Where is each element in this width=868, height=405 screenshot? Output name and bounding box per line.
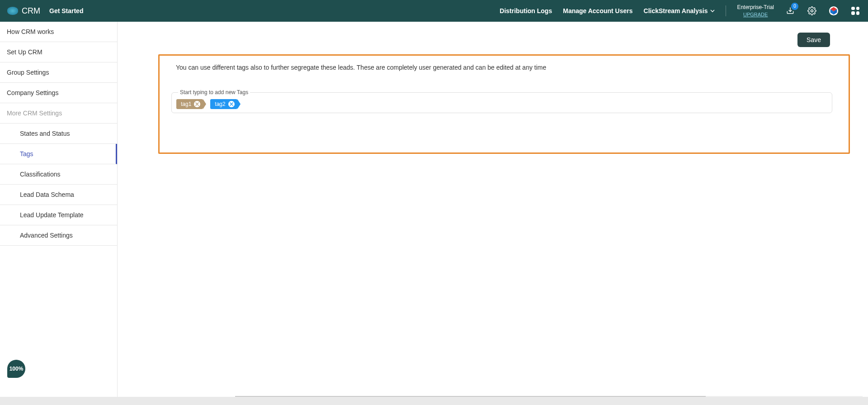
- trial-tier: Enterprise-Trial: [737, 4, 774, 11]
- remove-tag-button[interactable]: [194, 101, 200, 107]
- divider: [726, 5, 726, 16]
- nav-clickstream-analysis[interactable]: ClickStream Analysis: [644, 7, 715, 14]
- tag-label: tag1: [181, 101, 191, 107]
- sidebar-subitem-states-and-status[interactable]: States and Status: [0, 124, 117, 144]
- apps-button[interactable]: [850, 5, 861, 16]
- progress-bubble[interactable]: 100%: [7, 360, 25, 378]
- nav-get-started[interactable]: Get Started: [49, 7, 83, 14]
- tag-input-field[interactable]: Start typing to add new Tags tag1tag2: [171, 89, 832, 113]
- sidebar-item-company-settings[interactable]: Company Settings: [0, 83, 117, 103]
- sidebar: How CRM worksSet Up CRMGroup SettingsCom…: [0, 22, 118, 405]
- app-logo[interactable]: CRM: [7, 6, 40, 16]
- sidebar-subitem-advanced-settings[interactable]: Advanced Settings: [0, 225, 117, 246]
- chevron-down-icon: [710, 10, 715, 12]
- close-icon: [230, 102, 233, 106]
- close-icon: [195, 102, 199, 106]
- tags-panel: You can use different tags also to furth…: [158, 54, 850, 154]
- footer-strip: [0, 397, 868, 405]
- avatar-button[interactable]: [828, 5, 839, 16]
- apps-grid-icon: [851, 7, 859, 15]
- sidebar-item-group-settings[interactable]: Group Settings: [0, 62, 117, 83]
- gear-icon: [807, 6, 816, 15]
- tag-chip: tag1: [176, 99, 203, 109]
- settings-button[interactable]: [807, 5, 817, 16]
- notification-badge: 0: [791, 3, 798, 10]
- nav-distribution-logs[interactable]: Distribution Logs: [500, 7, 552, 14]
- trial-info: Enterprise-Trial UPGRADE: [737, 4, 774, 18]
- tag-label: tag2: [215, 101, 225, 107]
- inbox-button[interactable]: 0: [785, 5, 796, 16]
- sidebar-subitem-lead-update-template[interactable]: Lead Update Template: [0, 205, 117, 225]
- svg-point-0: [811, 10, 813, 12]
- sidebar-subitem-lead-data-schema[interactable]: Lead Data Schema: [0, 185, 117, 205]
- nav-clickstream-label: ClickStream Analysis: [644, 7, 708, 14]
- sidebar-item-set-up-crm[interactable]: Set Up CRM: [0, 42, 117, 62]
- logo-icon: [7, 7, 18, 15]
- upgrade-link[interactable]: UPGRADE: [737, 11, 774, 18]
- save-button[interactable]: Save: [797, 33, 830, 47]
- sidebar-item-more-crm-settings[interactable]: More CRM Settings: [0, 103, 117, 124]
- sidebar-subitem-classifications[interactable]: Classifications: [0, 164, 117, 185]
- tag-input-label: Start typing to add new Tags: [178, 89, 250, 95]
- app-name: CRM: [22, 6, 40, 16]
- remove-tag-button[interactable]: [228, 101, 235, 107]
- cube-icon: [829, 6, 839, 16]
- nav-manage-account-users[interactable]: Manage Account Users: [563, 7, 632, 14]
- tag-chip: tag2: [210, 99, 237, 109]
- sidebar-item-how-crm-works[interactable]: How CRM works: [0, 22, 117, 42]
- sidebar-subitem-tags[interactable]: Tags: [0, 144, 117, 164]
- app-header: CRM Get Started Distribution Logs Manage…: [0, 0, 868, 22]
- tags-description: You can use different tags also to furth…: [176, 64, 832, 71]
- main-content: Save You can use different tags also to …: [118, 22, 868, 405]
